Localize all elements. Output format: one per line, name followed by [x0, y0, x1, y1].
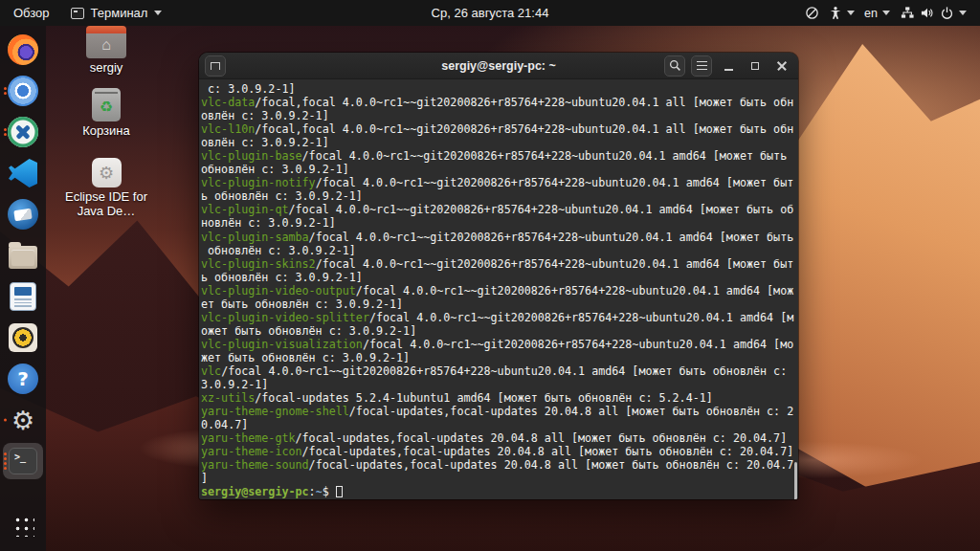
close-icon	[777, 61, 787, 71]
terminal-line: yaru-theme-icon/focal-updates,focal-upda…	[201, 445, 798, 458]
maximize-button[interactable]	[745, 55, 766, 77]
dock-item-files[interactable]	[3, 237, 43, 274]
terminal-line: ь обновлён с: 3.0.9.2-1]	[201, 189, 798, 203]
terminal-line: vlc-l10n/focal,focal 4.0.0~rc1~~git20200…	[201, 122, 798, 136]
terminal-line: vlc-plugin-notify/focal 4.0.0~rc1~~git20…	[201, 176, 798, 189]
terminal-line: xz-utils/focal-updates 5.2.4-1ubuntu1 am…	[201, 391, 798, 405]
dock-item-vscode[interactable]	[3, 155, 43, 191]
new-tab-button[interactable]	[205, 55, 226, 77]
do-not-disturb-icon[interactable]	[805, 6, 819, 20]
desktop-icon-eclipse[interactable]: Eclipse IDE for Java De…	[54, 158, 159, 219]
chevron-down-icon	[959, 11, 967, 15]
maximize-icon	[751, 62, 759, 70]
keyboard-layout-menu[interactable]: en	[864, 7, 890, 20]
terminal-scrollbar[interactable]	[794, 462, 798, 499]
files-icon	[9, 246, 37, 269]
home-folder-icon	[86, 29, 126, 58]
terminal-line: c: 3.0.9.2-1]	[201, 82, 798, 96]
terminal-line: yaru-theme-gtk/focal-updates,focal-updat…	[201, 431, 798, 445]
apps-grid-icon	[12, 515, 34, 537]
dock-item-rhythmbox[interactable]	[3, 320, 43, 356]
terminal-line: ожет быть обновлён с: 3.0.9.2-1]	[201, 324, 798, 338]
terminal-prompt: sergiy@sergiy-pc:~$	[201, 485, 798, 498]
terminal-output: c: 3.0.9.2-1]vlc-data/focal,focal 4.0.0~…	[201, 82, 798, 485]
terminal-line: овлён с: 3.0.9.2-1]	[201, 136, 798, 149]
chromium-icon	[8, 76, 38, 106]
dock-item-thunderbird[interactable]	[3, 196, 43, 232]
desktop-icon-home-folder[interactable]: sergiy	[54, 26, 159, 76]
desktop-icon-trash[interactable]: Корзина	[54, 88, 159, 139]
x-app-icon	[8, 117, 38, 147]
dock: ⚙	[0, 26, 46, 551]
chevron-down-icon	[847, 11, 855, 15]
running-indicator-dots	[4, 87, 7, 95]
terminal-line: новлён с: 3.0.9.2-1]	[201, 216, 798, 230]
terminal-line: ь обновлён с: 3.0.9.2-1]	[201, 271, 798, 284]
running-indicator-dots	[4, 452, 7, 470]
libreoffice-writer-icon	[10, 282, 36, 311]
clock-button[interactable]: Ср, 26 августа 21:44	[432, 6, 549, 20]
prompt-colon: :	[309, 485, 316, 498]
rhythmbox-icon	[9, 323, 37, 352]
running-indicator-dots	[4, 128, 7, 136]
running-indicator-dots	[4, 419, 7, 422]
new-tab-icon	[211, 62, 220, 70]
chevron-down-icon	[154, 11, 162, 15]
accessibility-menu[interactable]	[829, 6, 855, 20]
firefox-icon	[8, 34, 38, 65]
minimize-button[interactable]	[718, 55, 739, 77]
prompt-user-host: sergiy@sergiy-pc	[201, 485, 309, 498]
terminal-window: sergiy@sergiy-pc: ~ c: 3.0.9.2-1]vlc-dat…	[199, 53, 798, 499]
terminal-line: yaru-theme-sound/focal-updates,focal-upd…	[201, 458, 798, 472]
power-icon	[940, 6, 954, 20]
terminal-line: yaru-theme-gnome-shell/focal-updates,foc…	[201, 405, 798, 418]
dock-item-settings[interactable]: ⚙	[3, 402, 43, 438]
trash-icon	[92, 88, 121, 121]
app-menu-label: Терминал	[91, 6, 148, 20]
dock-item-firefox[interactable]	[3, 32, 43, 68]
terminal-line: vlc-plugin-video-output/focal 4.0.0~rc1~…	[201, 284, 798, 298]
terminal-line: ет быть обновлён с: 3.0.9.2-1]	[201, 298, 798, 311]
terminal-content[interactable]: c: 3.0.9.2-1]vlc-data/focal,focal 4.0.0~…	[199, 79, 798, 499]
terminal-line: жет быть обновлён с: 3.0.9.2-1]	[201, 351, 798, 364]
desktop-icon-label: Eclipse IDE for Java De…	[55, 190, 158, 219]
settings-gear-icon: ⚙	[8, 405, 38, 435]
dock-item-help[interactable]	[3, 361, 43, 397]
desktop-icon-label: Корзина	[82, 124, 130, 139]
terminal-cursor	[336, 486, 343, 497]
search-button[interactable]	[664, 55, 685, 77]
terminal-line: обновлён с: 3.0.9.2-1]	[201, 163, 798, 176]
terminal-line: ]	[201, 472, 798, 485]
terminal-line: vlc-plugin-skins2/focal 4.0.0~rc1~~git20…	[201, 257, 798, 271]
terminal-line: vlc-plugin-qt/focal 4.0.0~rc1~~git202008…	[201, 203, 798, 216]
terminal-line: vlc-plugin-base/focal 4.0.0~rc1~~git2020…	[201, 149, 798, 163]
chevron-down-icon	[882, 11, 890, 15]
terminal-icon	[9, 448, 37, 474]
system-menu[interactable]	[900, 6, 967, 20]
app-menu-button[interactable]: Терминал	[71, 6, 163, 20]
terminal-line: обновлён с: 3.0.9.2-1]	[201, 244, 798, 257]
search-icon	[669, 59, 681, 72]
vscode-icon	[9, 159, 37, 187]
desktop: Обзор Терминал Ср, 26 августа 21:44 en	[0, 0, 980, 551]
terminal-line: vlc-plugin-visualization/focal 4.0.0~rc1…	[201, 338, 798, 351]
dock-item-chromium[interactable]	[3, 73, 43, 109]
close-button[interactable]	[771, 55, 792, 77]
terminal-line: vlc-data/focal,focal 4.0.0~rc1~~git20200…	[201, 96, 798, 109]
minimize-icon	[724, 69, 733, 71]
accessibility-icon	[829, 6, 842, 20]
terminal-app-icon	[71, 8, 84, 19]
dock-item-terminal[interactable]	[3, 443, 43, 479]
dock-item-app-x[interactable]	[3, 114, 43, 150]
show-applications-button[interactable]	[3, 507, 43, 543]
terminal-line: овлён с: 3.0.9.2-1]	[201, 109, 798, 122]
terminal-line: 3.0.9.2-1]	[201, 378, 798, 391]
terminal-line: 0.04.7]	[201, 418, 798, 431]
dock-item-writer[interactable]	[3, 278, 43, 315]
menu-button[interactable]	[691, 55, 712, 77]
volume-icon	[920, 6, 935, 20]
prompt-dollar: $	[323, 485, 336, 498]
terminal-line: vlc-plugin-samba/focal 4.0.0~rc1~~git202…	[201, 231, 798, 244]
terminal-titlebar[interactable]: sergiy@sergiy-pc: ~	[199, 53, 798, 79]
activities-button[interactable]: Обзор	[13, 6, 50, 20]
